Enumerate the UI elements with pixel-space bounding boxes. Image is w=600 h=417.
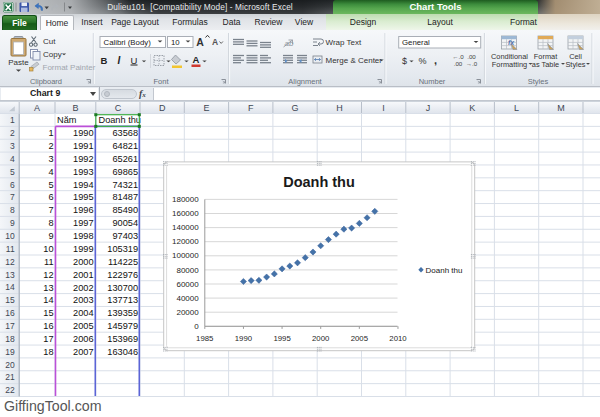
svg-text:13: 13 [5,269,15,279]
svg-text:2000: 2000 [312,334,330,343]
svg-text:10: 10 [5,230,15,240]
svg-text:18: 18 [5,333,15,343]
svg-text:Wrap Text: Wrap Text [326,38,362,47]
svg-text:1990: 1990 [73,128,93,138]
svg-text:A: A [34,102,40,112]
svg-text:Font: Font [153,77,169,86]
svg-text:163046: 163046 [107,346,138,356]
svg-text:Alignment: Alignment [288,77,322,86]
svg-text:10: 10 [43,243,53,253]
svg-text:fx: fx [508,39,515,46]
svg-text:2003: 2003 [73,295,93,305]
svg-text:Formatting: Formatting [492,60,527,69]
svg-text:20000: 20000 [176,308,199,317]
svg-text:B: B [101,55,108,66]
svg-text:69865: 69865 [112,166,138,176]
svg-text:8: 8 [48,218,53,228]
svg-text:145979: 145979 [107,321,138,331]
svg-text:H: H [336,102,343,112]
svg-text:7: 7 [10,192,15,202]
svg-text:2010: 2010 [389,334,407,343]
svg-text:2007: 2007 [73,346,93,356]
svg-text:74321: 74321 [112,179,138,189]
svg-text:K: K [469,102,475,112]
svg-text:97403: 97403 [112,231,138,241]
svg-text:17: 17 [5,321,15,331]
svg-text:12: 12 [43,269,53,279]
svg-text:Number: Number [419,77,446,86]
svg-text:L: L [514,102,519,112]
svg-text:8: 8 [10,205,15,215]
svg-text:.00: .00 [454,60,463,67]
svg-text:100000: 100000 [172,251,199,260]
svg-text:12: 12 [5,256,15,266]
svg-text:15: 15 [5,295,15,305]
svg-text:1997: 1997 [73,218,93,228]
svg-text:Format Painter: Format Painter [43,63,96,72]
svg-text:16: 16 [43,321,53,331]
svg-text:D: D [159,102,166,112]
svg-text:9: 9 [10,218,15,228]
svg-text:Paste: Paste [8,58,29,67]
svg-text:1992: 1992 [73,153,93,163]
svg-text:9: 9 [48,231,53,241]
svg-text:11: 11 [6,243,15,253]
svg-text:180000: 180000 [172,195,199,204]
svg-text:A: A [196,36,204,48]
svg-text:105319: 105319 [107,243,138,253]
svg-text:C: C [115,102,122,112]
svg-text:2005: 2005 [351,334,369,343]
svg-text:140000: 140000 [172,223,199,232]
svg-text:2006: 2006 [73,333,93,343]
svg-text:4: 4 [48,166,53,176]
svg-text:122976: 122976 [107,269,138,279]
svg-text:Styles: Styles [565,60,585,69]
svg-text:Clipboard: Clipboard [30,77,62,86]
svg-text:1: 1 [48,128,53,138]
svg-text:2001: 2001 [73,269,93,279]
svg-text:14: 14 [5,282,15,292]
svg-text:Cut: Cut [43,37,56,46]
svg-text:J: J [426,102,431,112]
svg-text:60000: 60000 [176,280,199,289]
svg-text:E: E [203,102,209,112]
svg-text:65261: 65261 [112,153,138,163]
svg-text:2: 2 [48,141,53,151]
svg-text:7: 7 [48,205,53,215]
svg-text:Doanh thu: Doanh thu [283,174,355,190]
svg-text:1991: 1991 [73,141,93,151]
svg-text:160000: 160000 [172,209,199,218]
svg-text:63568: 63568 [112,128,138,138]
svg-text:2004: 2004 [73,308,93,318]
svg-text:19: 19 [5,346,15,356]
svg-text:137713: 137713 [107,295,138,305]
svg-text:3: 3 [10,140,15,150]
svg-text:2002: 2002 [73,282,93,292]
svg-text:1999: 1999 [73,243,93,253]
svg-text:General: General [402,38,430,47]
svg-text:16: 16 [5,308,15,318]
svg-text:80000: 80000 [176,266,199,275]
svg-text:Doanh thu: Doanh thu [426,266,463,275]
svg-text:2000: 2000 [73,256,93,266]
svg-text:11: 11 [44,256,54,266]
svg-text:%: % [418,56,426,66]
svg-text:2005: 2005 [73,321,93,331]
svg-text:5: 5 [48,179,53,189]
svg-text:3: 3 [48,153,53,163]
svg-text:6: 6 [48,192,53,202]
svg-text:as Table: as Table [532,60,559,69]
svg-text:1994: 1994 [73,179,93,189]
svg-text:14: 14 [43,295,53,305]
svg-text:2: 2 [10,128,15,138]
svg-text:64821: 64821 [112,141,138,151]
svg-text:20: 20 [5,359,15,369]
svg-text:21: 21 [5,372,15,382]
svg-text:Merge & Center: Merge & Center [326,56,383,65]
svg-text:M: M [557,102,565,112]
svg-text:U: U [131,55,138,66]
svg-text:I: I [118,55,121,66]
svg-text:85490: 85490 [112,205,138,215]
svg-text:1993: 1993 [73,166,93,176]
svg-text:40000: 40000 [176,294,199,303]
